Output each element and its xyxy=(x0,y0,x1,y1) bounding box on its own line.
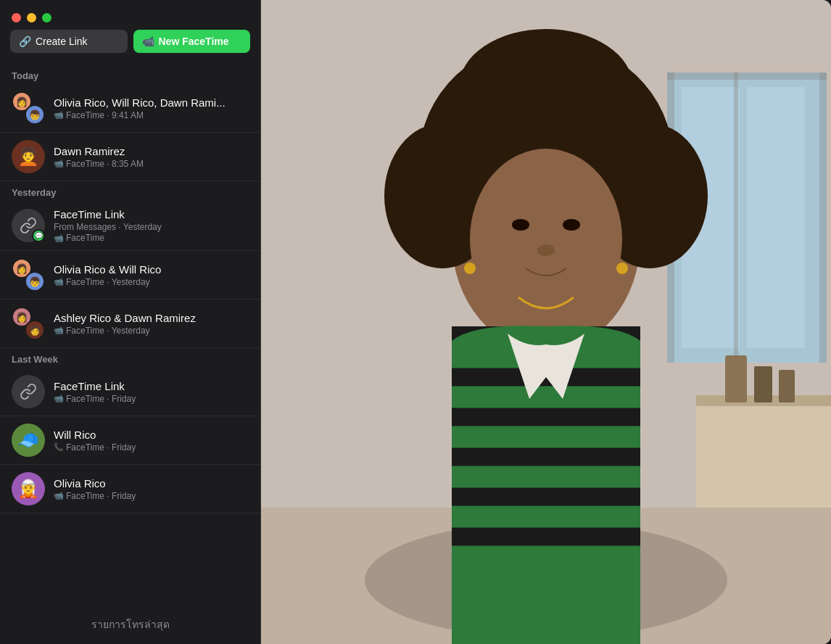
video-icon: 📹 xyxy=(54,110,64,120)
list-item[interactable]: 👩 👦 Olivia Rico & Will Rico 📹 FaceTime ·… xyxy=(0,251,260,300)
background-scene xyxy=(261,0,831,644)
avatar: 👦 xyxy=(25,104,45,125)
item-name: FaceTime Link xyxy=(54,208,249,220)
item-name: Olivia Rico & Will Rico xyxy=(54,263,249,276)
phone-icon: 📞 xyxy=(54,442,64,452)
avatar: 🧑‍🦱 xyxy=(12,140,45,173)
item-sub: 📹 FaceTime · Friday xyxy=(54,491,249,501)
item-sub: 📹 FaceTime · 9:41 AM xyxy=(54,110,249,120)
avatar-group: 👩 🧑 xyxy=(12,307,45,340)
item-name: Will Rico xyxy=(54,429,249,441)
close-button[interactable] xyxy=(12,13,21,22)
list-item[interactable]: 👩 🧑 Ashley Rico & Dawn Ramirez 📹 FaceTim… xyxy=(0,300,260,348)
avatar-wrap: 💬 xyxy=(12,209,45,242)
svg-rect-11 xyxy=(754,366,772,402)
video-camera-icon: 📹 xyxy=(142,36,154,47)
list-item[interactable]: 🧢 Will Rico 📞 FaceTime · Friday xyxy=(0,416,260,465)
item-name: Olivia Rico, Will Rico, Dawn Rami... xyxy=(54,96,249,109)
avatar-link xyxy=(12,375,45,408)
svg-point-24 xyxy=(537,244,555,256)
svg-point-27 xyxy=(616,263,628,274)
item-info: Olivia Rico, Will Rico, Dawn Rami... 📹 F… xyxy=(54,96,249,120)
item-sub2: 📹 FaceTime xyxy=(54,233,249,243)
video-icon: 📹 xyxy=(54,159,64,168)
item-sub: 📹 FaceTime · 8:35 AM xyxy=(54,159,249,169)
sidebar: 🔗 Create Link 📹 New FaceTime Today 👩 👦 O… xyxy=(0,0,261,644)
svg-point-26 xyxy=(464,263,476,274)
svg-rect-4 xyxy=(667,73,827,80)
item-sub: From Messages · Yesterday xyxy=(54,222,249,232)
item-info: Will Rico 📞 FaceTime · Friday xyxy=(54,429,249,453)
item-name: Ashley Rico & Dawn Ramirez xyxy=(54,312,249,324)
link-icon xyxy=(20,383,37,400)
svg-rect-3 xyxy=(747,87,805,348)
maximize-button[interactable] xyxy=(42,13,51,22)
item-sub: 📞 FaceTime · Friday xyxy=(54,442,249,453)
svg-point-20 xyxy=(459,29,633,145)
item-info: Olivia Rico & Will Rico 📹 FaceTime · Yes… xyxy=(54,263,249,287)
avatar: 🧢 xyxy=(12,424,45,457)
list-item[interactable]: 🧝 Olivia Rico 📹 FaceTime · Friday xyxy=(0,465,260,513)
video-icon: 📹 xyxy=(54,277,64,286)
section-today: Today xyxy=(0,65,260,84)
bottom-label: รายการโทรล่าสุด xyxy=(91,616,170,632)
section-last-week: Last Week xyxy=(0,348,260,368)
item-sub: 📹 FaceTime · Yesterday xyxy=(54,326,249,336)
item-name: FaceTime Link xyxy=(54,380,249,392)
item-info: FaceTime Link 📹 FaceTime · Friday xyxy=(54,380,249,404)
list-item[interactable]: 👩 👦 Olivia Rico, Will Rico, Dawn Rami...… xyxy=(0,84,260,133)
camera-view xyxy=(261,0,831,644)
create-link-button[interactable]: 🔗 Create Link xyxy=(10,30,128,53)
list-item[interactable]: FaceTime Link 📹 FaceTime · Friday xyxy=(0,368,260,416)
new-facetime-label: New FaceTime xyxy=(159,36,229,47)
svg-point-23 xyxy=(563,219,580,231)
item-info: Ashley Rico & Dawn Ramirez 📹 FaceTime · … xyxy=(54,312,249,336)
svg-point-21 xyxy=(470,149,622,330)
create-link-label: Create Link xyxy=(36,36,88,47)
link-icon: 🔗 xyxy=(19,36,31,47)
item-info: FaceTime Link From Messages · Yesterday … xyxy=(54,208,249,243)
avatar: 👦 xyxy=(25,271,45,292)
item-sub: 📹 FaceTime · Friday xyxy=(54,394,249,404)
video-icon: 📹 xyxy=(54,491,64,500)
message-badge: 💬 xyxy=(32,229,45,242)
camera-background xyxy=(261,0,831,644)
item-name: Dawn Ramirez xyxy=(54,145,249,157)
svg-rect-6 xyxy=(819,73,827,363)
avatar-group: 👩 👦 xyxy=(12,258,45,292)
traffic-lights xyxy=(0,0,260,30)
list-item[interactable]: 🧑‍🦱 Dawn Ramirez 📹 FaceTime · 8:35 AM xyxy=(0,133,260,181)
item-sub: 📹 FaceTime · Yesterday xyxy=(54,277,249,287)
section-yesterday: Yesterday xyxy=(0,181,260,201)
video-icon: 📹 xyxy=(54,234,64,243)
svg-rect-12 xyxy=(779,370,795,402)
svg-rect-10 xyxy=(725,355,747,402)
new-facetime-button[interactable]: 📹 New FaceTime xyxy=(133,30,251,53)
svg-point-22 xyxy=(512,219,529,231)
item-info: Olivia Rico 📹 FaceTime · Friday xyxy=(54,477,249,501)
avatar: 🧝 xyxy=(12,472,45,505)
item-name: Olivia Rico xyxy=(54,477,249,490)
video-icon: 📹 xyxy=(54,394,64,403)
item-info: Dawn Ramirez 📹 FaceTime · 8:35 AM xyxy=(54,145,249,169)
avatar-group: 👩 👦 xyxy=(12,91,45,125)
video-icon: 📹 xyxy=(54,326,64,335)
minimize-button[interactable] xyxy=(27,13,36,22)
list-item[interactable]: 💬 FaceTime Link From Messages · Yesterda… xyxy=(0,201,260,251)
toolbar: 🔗 Create Link 📹 New FaceTime xyxy=(0,30,260,65)
avatar: 🧑 xyxy=(25,320,45,340)
